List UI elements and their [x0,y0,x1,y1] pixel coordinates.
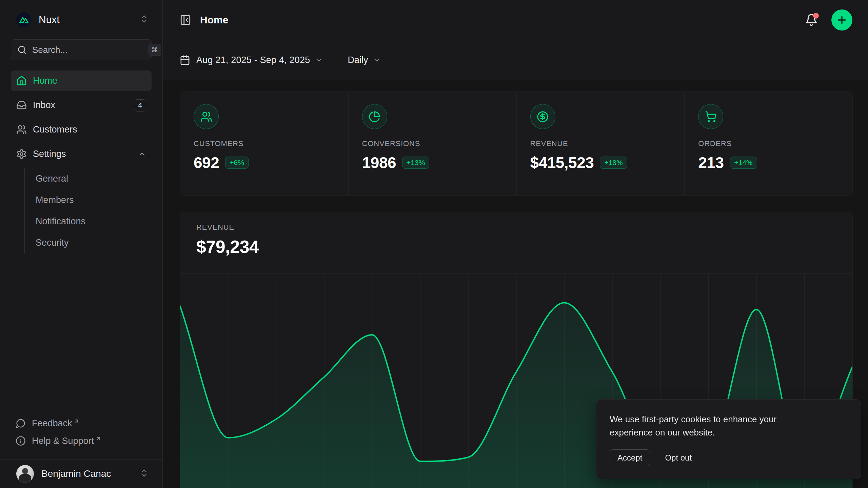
revenue-chart-header: REVENUE $79,234 [180,212,852,273]
sidebar-item-label: Home [33,76,146,86]
user-avatar [16,465,34,483]
search-box[interactable]: ⌘ K [11,39,152,60]
cookie-banner: We use first-party cookies to enhance yo… [596,399,861,479]
team-switcher[interactable]: Nuxt [16,12,149,27]
delta-badge: +18% [600,157,627,169]
calendar-icon [180,55,190,65]
stat-value: 692 [194,154,219,172]
shopping-cart-icon [698,104,723,129]
sidebar-item-settings[interactable]: Settings [11,144,152,164]
pie-chart-icon [362,104,387,129]
nuxt-logo-icon [16,12,31,27]
home-icon [16,76,27,86]
sidebar-item-general[interactable]: General [36,168,152,189]
feedback-label: Feedback [32,418,72,429]
granularity-label: Daily [348,55,368,65]
stat-conversions[interactable]: CONVERSIONS 1986 +13% [348,92,516,195]
stat-value: $415,523 [530,154,594,172]
app-root: Nuxt ⌘ K Home Inbox 4 [0,0,868,488]
stat-revenue[interactable]: REVENUE $415,523 +18% [516,92,685,195]
stat-value: 1986 [362,154,396,172]
gear-icon [16,149,27,159]
notifications-button[interactable] [805,14,818,26]
user-name: Benjamin Canac [41,468,139,479]
revenue-value: $79,234 [196,237,836,257]
external-link-icon [74,418,79,424]
add-button[interactable] [831,9,852,30]
date-range-picker[interactable]: Aug 21, 2025 - Sep 4, 2025 [180,55,323,65]
help-support-label: Help & Support [32,436,94,446]
sidebar-item-customers[interactable]: Customers [11,119,152,140]
info-circle-icon [16,436,26,446]
stat-customers[interactable]: CUSTOMERS 692 +6% [180,92,348,195]
dollar-circle-icon [530,104,555,129]
users-icon [16,124,27,135]
sidebar-item-label: Customers [33,124,146,135]
sidebar-footer-links: Feedback Help & Support [11,414,152,450]
search-icon [17,45,27,55]
inbox-icon [16,100,27,110]
sidebar-item-security[interactable]: Security [36,232,152,253]
stat-label: CONVERSIONS [362,139,503,148]
user-menu[interactable]: Benjamin Canac [0,459,162,488]
stat-label: REVENUE [530,139,671,148]
revenue-label: REVENUE [196,223,836,232]
chevron-down-icon [373,56,381,64]
sidebar-collapse-icon[interactable] [180,14,191,26]
stat-label: ORDERS [698,139,839,148]
delta-badge: +13% [402,157,429,169]
stat-label: CUSTOMERS [194,139,335,148]
chevron-down-icon [315,56,323,64]
team-name: Nuxt [39,14,139,25]
stat-value: 213 [698,154,724,172]
kbd-cmd: ⌘ [149,44,161,56]
plus-icon [836,14,848,26]
sidebar-item-inbox[interactable]: Inbox 4 [11,95,152,116]
feedback-link[interactable]: Feedback [16,414,152,432]
external-link-icon [95,436,101,442]
accept-button[interactable]: Accept [610,449,650,466]
sidebar-item-notifications[interactable]: Notifications [36,211,152,232]
filter-toolbar: Aug 21, 2025 - Sep 4, 2025 Daily [163,40,868,80]
search-input[interactable] [32,45,146,55]
cookie-actions: Accept Opt out [610,449,848,466]
sidebar-nav: Home Inbox 4 Customers Settings [11,70,152,253]
sidebar-item-label: Settings [33,149,138,159]
settings-sub-nav: General Members Notifications Security [24,168,152,253]
date-range-label: Aug 21, 2025 - Sep 4, 2025 [196,55,310,65]
inbox-count-badge: 4 [134,99,146,111]
granularity-select[interactable]: Daily [348,55,381,65]
topbar: Home [163,0,868,40]
sidebar-item-members[interactable]: Members [36,189,152,211]
help-support-link[interactable]: Help & Support [16,432,152,450]
chevrons-up-down-icon [139,14,149,25]
sidebar-item-home[interactable]: Home [11,70,152,91]
sidebar: Nuxt ⌘ K Home Inbox 4 [0,0,163,488]
topbar-actions [805,9,852,30]
message-circle-icon [16,418,26,428]
opt-out-button[interactable]: Opt out [663,450,694,466]
users-icon [194,104,219,129]
chevrons-up-down-icon [139,468,149,479]
chevron-up-icon [138,150,146,158]
delta-badge: +6% [225,157,249,169]
unread-dot [813,13,819,19]
delta-badge: +14% [730,157,757,169]
sidebar-spacer [0,253,162,414]
sidebar-item-label: Inbox [33,100,134,110]
stats-panel: CUSTOMERS 692 +6% CONVERSIONS 1986 +13% [180,92,853,196]
stat-orders[interactable]: ORDERS 213 +14% [684,92,852,195]
cookie-message: We use first-party cookies to enhance yo… [610,413,827,439]
page-title: Home [200,14,228,26]
